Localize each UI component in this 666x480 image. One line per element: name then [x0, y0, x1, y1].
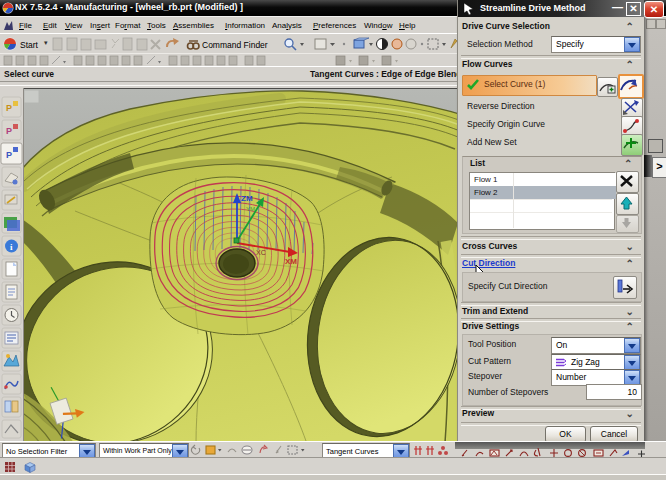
svg-text:P: P — [6, 150, 12, 160]
svg-text:XM: XM — [285, 257, 297, 266]
svg-text:YM: YM — [246, 206, 255, 212]
svg-text:XC: XC — [256, 249, 266, 256]
svg-text:P: P — [6, 126, 12, 136]
svg-text:ZM: ZM — [241, 194, 253, 203]
svg-text:P: P — [6, 103, 12, 113]
